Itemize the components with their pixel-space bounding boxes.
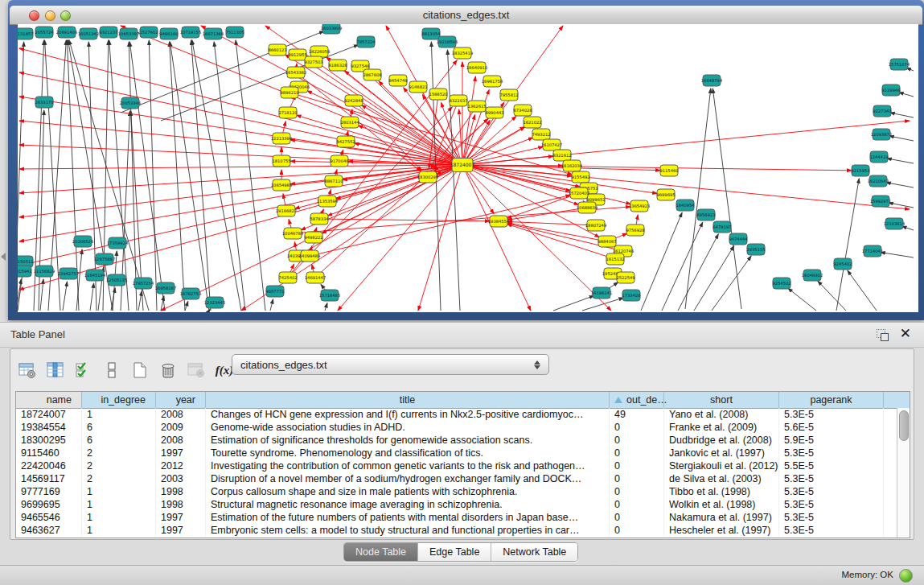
memory-ok-indicator-icon[interactable] <box>899 569 913 583</box>
graph-node-teal[interactable]: 17359924 <box>107 237 129 249</box>
graph-node-yellow[interactable]: 2803144 <box>340 117 359 128</box>
table-cell[interactable]: 2 <box>82 472 156 485</box>
table-cell[interactable]: 1997 <box>156 511 206 524</box>
table-cell[interactable]: 1997 <box>156 524 206 537</box>
table-cell[interactable]: Changes of HCN gene expression and I(f) … <box>206 408 610 421</box>
table-cell[interactable]: 5.5E-5 <box>779 459 884 472</box>
table-cell[interactable]: 1997 <box>156 447 206 459</box>
graph-node-teal[interactable]: 16671388 <box>203 28 224 39</box>
table-cell[interactable]: 1 <box>82 485 156 498</box>
table-cell[interactable]: 9463627 <box>16 524 82 537</box>
graph-node-yellow[interactable]: 9756928 <box>626 225 644 236</box>
table-cell[interactable]: 9699695 <box>16 498 82 511</box>
table-settings-icon[interactable] <box>17 360 38 381</box>
graph-node-yellow[interactable]: 18807249 <box>585 220 606 231</box>
graph-node-teal[interactable]: 9129946 <box>881 84 900 96</box>
table-cell[interactable]: Investigating the contribution of common… <box>206 459 610 472</box>
table-cell[interactable]: 2008 <box>156 408 206 421</box>
graph-node-yellow[interactable]: 16961758 <box>482 76 503 87</box>
table-cell[interactable]: 5.6E-5 <box>779 421 884 434</box>
table-cell[interactable]: Genome-wide association studies in ADHD. <box>206 421 610 434</box>
graph-node-yellow[interactable]: 1810755 <box>272 155 290 167</box>
graph-node-yellow[interactable]: 15720407 <box>569 187 589 199</box>
graph-node-teal[interactable]: 15992971 <box>870 196 891 207</box>
graph-node-yellow[interactable]: 16543382 <box>285 67 306 78</box>
graph-node-teal[interactable]: 16033809 <box>321 24 342 34</box>
table-cell[interactable]: 0 <box>610 421 664 434</box>
table-cell[interactable]: Yano et al. (2008) <box>664 408 779 421</box>
graph-node-teal[interactable]: 2935155 <box>746 244 765 255</box>
table-row[interactable]: 1830029562008Estimation of significance … <box>16 434 897 447</box>
graph-node-teal[interactable]: 2055724 <box>35 27 54 38</box>
graph-node-teal[interactable]: 11645194 <box>84 270 106 281</box>
new-column-icon[interactable] <box>129 360 150 381</box>
clear-selection-icon[interactable] <box>101 360 122 381</box>
table-cell[interactable]: 0 <box>610 511 664 524</box>
graph-node-teal[interactable]: 1840954 <box>676 200 695 211</box>
graph-node-yellow[interactable]: 14099489 <box>299 250 320 262</box>
graph-node-teal[interactable]: 12323445 <box>204 297 225 308</box>
graph-node-teal[interactable]: 20891406 <box>56 27 77 38</box>
graph-node-teal[interactable]: 9657771 <box>265 286 284 297</box>
table-cell[interactable]: 2 <box>82 447 156 459</box>
graph-node-yellow[interactable]: 1588520 <box>429 89 447 100</box>
graph-node-yellow[interactable]: 18640910 <box>466 62 487 73</box>
graph-node-yellow[interactable]: 8867110 <box>324 175 343 187</box>
table-row[interactable]: 946362711997Embryonic stem cells: a mode… <box>16 524 897 537</box>
table-row[interactable]: 946554611997Estimation of the future num… <box>16 511 897 524</box>
table-row[interactable]: 969969511998Structural magnetic resonanc… <box>16 498 897 511</box>
table-cell[interactable]: Franke et al. (2009) <box>664 421 779 434</box>
table-cell[interactable]: 14569117 <box>16 472 82 485</box>
graph-node-yellow[interactable]: 5878334 <box>310 213 329 225</box>
table-cell[interactable]: 0 <box>610 434 664 447</box>
column-header-in_degree[interactable]: in_degree <box>82 392 156 408</box>
graph-node-teal[interactable]: 16210643 <box>868 175 889 187</box>
graph-node-teal[interactable]: 2633170 <box>35 97 53 108</box>
tab-edge-table[interactable]: Edge Table <box>418 543 491 561</box>
graph-node-yellow[interactable]: 8186328 <box>328 60 347 71</box>
graph-node-teal[interactable]: 7857224 <box>356 36 376 47</box>
graph-node-teal[interactable]: 15716485 <box>319 290 340 301</box>
table-cell[interactable]: 22420046 <box>16 459 82 472</box>
graph-node-yellow[interactable]: 8454749 <box>388 75 407 86</box>
graph-node-teal[interactable]: 7511305 <box>225 27 244 38</box>
graph-node-teal[interactable]: 14196141 <box>591 287 612 299</box>
graph-node-teal[interactable]: 1527602 <box>139 27 158 38</box>
graph-node-teal[interactable]: 16958187 <box>155 282 176 294</box>
delete-column-icon[interactable] <box>158 360 179 381</box>
scrollbar-thumb[interactable] <box>899 410 909 441</box>
table-row[interactable]: 1938455462009Genome-wide association stu… <box>16 421 897 434</box>
table-cell[interactable]: 2008 <box>156 434 206 447</box>
table-cell[interactable]: 0 <box>610 472 664 485</box>
graph-node-teal[interactable]: 16648794 <box>701 75 723 86</box>
graph-node-teal[interactable]: 20206526 <box>72 236 93 247</box>
table-cell[interactable]: Tibbo et al. (1998) <box>664 485 779 498</box>
table-cell[interactable]: 9777169 <box>16 485 82 498</box>
graph-node-yellow[interactable]: 2718120 <box>278 107 297 118</box>
table-cell[interactable]: 19384554 <box>16 421 82 434</box>
table-cell[interactable]: Embryonic stem cells: a model to study s… <box>206 524 610 537</box>
graph-node-yellow[interactable]: 19166827 <box>276 205 297 216</box>
graph-node-yellow[interactable]: 19384554 <box>488 216 510 227</box>
graph-node-teal[interactable]: 9215953 <box>851 165 869 176</box>
graph-node-yellow[interactable]: 6734028 <box>513 105 532 116</box>
graph-node-yellow[interactable]: 8990443 <box>485 107 503 118</box>
graph-node-teal[interactable]: 19218596 <box>437 36 458 47</box>
table-cell[interactable]: 0 <box>610 498 664 511</box>
graph-node-yellow[interactable]: 12213399 <box>271 133 292 144</box>
table-cell[interactable]: 6 <box>82 421 156 434</box>
table-cell[interactable]: Structural magnetic resonance image aver… <box>206 498 610 511</box>
graph-node-yellow[interactable]: 11353594 <box>317 196 339 207</box>
graph-node-yellow[interactable]: 16107427 <box>541 139 562 150</box>
table-cell[interactable]: 2012 <box>156 459 206 472</box>
graph-node-teal[interactable]: 15751074 <box>889 59 910 70</box>
network-canvas[interactable]: 8131857205572420891406160513429321237106… <box>18 24 918 312</box>
graph-node-yellow[interactable]: 8912955 <box>288 49 306 60</box>
graph-node-yellow[interactable]: 18325419 <box>452 47 473 59</box>
graph-node-teal[interactable]: 16782753 <box>180 288 201 299</box>
column-header-pagerank[interactable]: pagerank <box>779 392 884 408</box>
collapse-panel-arrow-icon[interactable] <box>1 253 6 261</box>
graph-node-yellow[interactable]: 13654923 <box>629 200 650 212</box>
float-panel-icon[interactable] <box>876 328 889 341</box>
graph-node-teal[interactable]: 10719155 <box>180 27 201 38</box>
